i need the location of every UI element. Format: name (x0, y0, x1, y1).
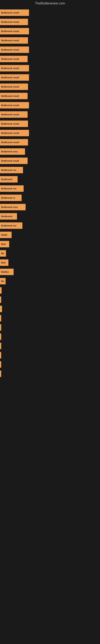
bottleneck-bar (0, 370, 1, 377)
bottleneck-bar: Bottleneck result (0, 93, 28, 99)
bar-label: Bottleneck resu (1, 150, 18, 153)
bar-row: Bottleneck result (0, 46, 100, 54)
bar-label: Bott (1, 262, 6, 264)
bottleneck-bar: Bottleneck result (0, 120, 28, 127)
bottleneck-bar: Bottleneck result (0, 74, 29, 81)
bottleneck-bar (0, 352, 1, 358)
bar-row (0, 314, 100, 322)
bar-label: Bottleneck result (1, 76, 19, 79)
bottleneck-bar: Bottleneck result (0, 65, 29, 72)
bottleneck-bar: Bottleneck result (0, 139, 28, 146)
bottleneck-bar: Bottleneck result (0, 102, 29, 108)
bar-row: Bottleneck result (0, 129, 100, 137)
bar-row: Bottleneck result (0, 18, 100, 26)
bar-label: Bo (1, 280, 4, 282)
bars-container: Bottleneck resultBottleneck resultBottle… (0, 7, 100, 381)
bar-label: Bottlen (1, 271, 9, 273)
bottleneck-bar: Bottleneck res (0, 185, 24, 192)
bar-label: Bo (1, 252, 4, 254)
bar-label: Bottleneck res (1, 169, 16, 171)
bottleneck-bar (0, 315, 1, 322)
bar-label: Bott (1, 243, 6, 245)
bar-row: Bottleneck result (0, 64, 100, 72)
bar-row: Bottleneck resu (0, 203, 100, 211)
bar-row: Bottleneck result (0, 55, 100, 63)
bottleneck-bar (0, 296, 1, 303)
bottleneck-bar: Bottleneck result (0, 46, 29, 53)
bar-row: Bottleneck res (0, 166, 100, 174)
bar-row: Bottleneck result (0, 138, 100, 146)
bar-row (0, 361, 100, 368)
bar-row: Bottleneck resu (0, 148, 100, 155)
bottleneck-bar: Bottleneck result (0, 158, 28, 164)
bar-row (0, 370, 100, 378)
bar-label: Bottleneck result (1, 39, 19, 42)
bottleneck-bar (0, 324, 1, 331)
bar-row (0, 324, 100, 331)
site-title: TheBottlenecker.com (0, 0, 100, 7)
bottleneck-bar (0, 361, 1, 368)
bottleneck-bar: Bottleneck (0, 213, 17, 220)
bar-row: Bottleneck result (0, 83, 100, 90)
bar-label: Bottleneck result (1, 122, 19, 125)
bar-label: Bottleneck result (1, 113, 19, 116)
bar-row (0, 333, 100, 340)
bar-label: Bottle (1, 234, 7, 236)
bottleneck-bar: Bottleneck res (0, 222, 22, 229)
bottleneck-bar: Bott (0, 241, 9, 247)
bar-row (0, 305, 100, 313)
bottleneck-bar: Bottleneck re (0, 194, 22, 201)
bar-label: Bottleneck re (1, 196, 15, 199)
bottleneck-bar: Bottleneck result (0, 28, 29, 34)
bar-label: Bottleneck result (1, 132, 19, 134)
bar-row: Bottle (0, 231, 100, 239)
bar-row: Bott (0, 240, 100, 248)
bar-label: Bottleneck (1, 215, 12, 218)
bar-label: Bottleneck result (1, 104, 19, 106)
bottleneck-bar: Bottleneck result (0, 56, 28, 62)
bar-row: Bott (0, 259, 100, 266)
bottleneck-bar (0, 287, 1, 294)
bar-label: Bottleneck res (1, 224, 16, 227)
bottleneck-bar: Bott (0, 260, 8, 266)
bar-row: Bottleneck result (0, 92, 100, 100)
bar-row (0, 296, 100, 304)
bottleneck-bar: Bottleneck result (0, 19, 28, 25)
bottleneck-bar: Bottleneck result (0, 111, 28, 118)
bar-row: Bottleneck result (0, 120, 100, 128)
bottleneck-bar: Bottleneck result (0, 10, 29, 16)
bottleneck-bar: Bo (0, 250, 6, 256)
bar-label: Bottleneck result (1, 95, 19, 97)
bar-row: Bottleneck result (0, 102, 100, 109)
bar-label: Bottleneck res (1, 187, 16, 190)
bar-row: Bottleneck result (0, 9, 100, 16)
bar-label: Bottleneck (1, 178, 12, 180)
bar-row: Bottleneck (0, 212, 100, 220)
bar-label: Bottleneck resu (1, 206, 18, 208)
bar-row: Bottleneck result (0, 74, 100, 81)
bottleneck-bar: Bottleneck result (0, 130, 29, 136)
bottleneck-bar: Bottlen (0, 269, 14, 275)
bottleneck-bar: Bottleneck resu (0, 148, 25, 155)
bottleneck-bar: Bo (0, 278, 6, 284)
bottleneck-bar (0, 343, 1, 349)
bottleneck-bar: Bottleneck res (0, 167, 23, 173)
bar-row: Bottleneck re (0, 194, 100, 202)
bar-label: Bottleneck result (1, 141, 19, 144)
bar-row: Bottleneck result (0, 27, 100, 35)
bar-row: Bottleneck result (0, 157, 100, 164)
bar-row (0, 352, 100, 359)
bar-row: Bottleneck result (0, 37, 100, 44)
bar-row: Bottleneck res (0, 185, 100, 192)
bottleneck-bar: Bottle (0, 232, 12, 238)
bar-row (0, 342, 100, 350)
bar-label: Bottleneck result (1, 48, 19, 51)
bar-label: Bottleneck result (1, 160, 19, 162)
bar-label: Bottleneck result (1, 67, 19, 70)
bar-row: Bottleneck result (0, 111, 100, 118)
bar-label: Bottleneck result (1, 21, 19, 23)
bottleneck-bar (0, 306, 2, 312)
bar-label: Bottleneck result (1, 12, 19, 14)
bar-row: Bottleneck (0, 176, 100, 183)
bar-label: Bottleneck result (1, 86, 19, 88)
